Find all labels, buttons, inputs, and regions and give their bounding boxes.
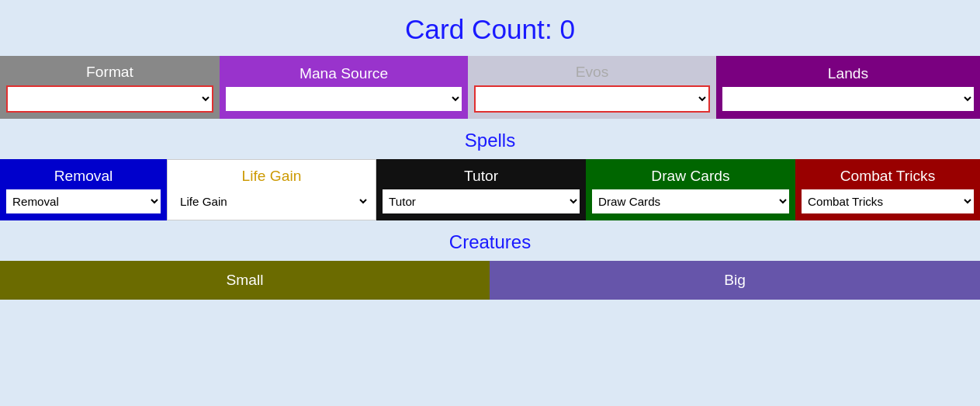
big-label: Big bbox=[724, 272, 746, 288]
life-gain-cell: Life Gain Life Gain bbox=[167, 159, 376, 220]
evos-select[interactable] bbox=[474, 85, 710, 113]
format-select[interactable] bbox=[6, 85, 213, 113]
combat-tricks-select[interactable]: Combat Tricks bbox=[802, 189, 974, 213]
spells-section-label: Spells bbox=[0, 119, 980, 159]
evos-cell: Evos bbox=[468, 56, 716, 119]
creatures-section-label: Creatures bbox=[0, 220, 980, 261]
removal-label: Removal bbox=[54, 168, 113, 185]
filter-row-3: Small Big bbox=[0, 261, 980, 300]
small-cell: Small bbox=[0, 261, 490, 300]
filter-row-2: Removal Removal Life Gain Life Gain Tuto… bbox=[0, 159, 980, 220]
evos-label: Evos bbox=[576, 64, 609, 81]
small-label: Small bbox=[227, 272, 264, 288]
draw-cards-cell: Draw Cards Draw Cards bbox=[586, 159, 795, 220]
draw-cards-select[interactable]: Draw Cards bbox=[592, 189, 789, 213]
lands-select[interactable] bbox=[722, 87, 974, 111]
mana-source-label: Mana Source bbox=[300, 65, 388, 82]
combat-tricks-label: Combat Tricks bbox=[840, 168, 936, 185]
mana-source-cell: Mana Source bbox=[220, 56, 468, 119]
header: Card Count: 0 bbox=[0, 0, 980, 56]
format-label: Format bbox=[86, 64, 133, 81]
filter-row-1: Format Mana Source Evos Lands bbox=[0, 56, 980, 119]
combat-tricks-cell: Combat Tricks Combat Tricks bbox=[795, 159, 980, 220]
big-cell: Big bbox=[490, 261, 980, 300]
mana-source-select[interactable] bbox=[226, 87, 462, 111]
tutor-cell: Tutor Tutor bbox=[376, 159, 586, 220]
life-gain-label: Life Gain bbox=[242, 168, 302, 185]
format-cell: Format bbox=[0, 56, 220, 119]
draw-cards-label: Draw Cards bbox=[651, 168, 729, 185]
tutor-label: Tutor bbox=[464, 168, 498, 185]
tutor-select[interactable]: Tutor bbox=[383, 189, 580, 213]
lands-cell: Lands bbox=[716, 56, 980, 119]
lands-label: Lands bbox=[828, 65, 868, 82]
page-title: Card Count: 0 bbox=[0, 14, 980, 45]
removal-select[interactable]: Removal bbox=[6, 189, 161, 213]
removal-cell: Removal Removal bbox=[0, 159, 167, 220]
life-gain-select[interactable]: Life Gain bbox=[174, 189, 369, 213]
